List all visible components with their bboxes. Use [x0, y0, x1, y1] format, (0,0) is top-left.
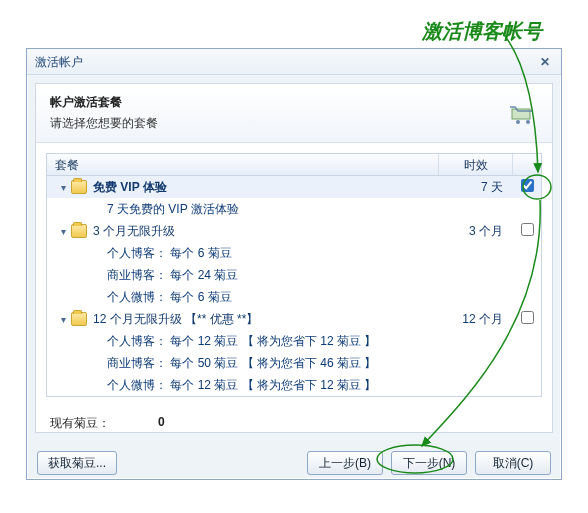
plan-duration: 7 天: [439, 179, 513, 196]
col-plan[interactable]: 套餐: [47, 154, 439, 175]
plan-checkbox-free[interactable]: [521, 179, 534, 192]
plans-panel: 套餐 时效 ▾ 免费 VIP 体验 7 天 7 天免费的 VIP 激活体验 ▾: [46, 153, 542, 397]
next-button[interactable]: 下一步(N): [391, 451, 467, 475]
folder-icon: [71, 180, 87, 194]
get-beans-button[interactable]: 获取菊豆...: [37, 451, 117, 475]
close-icon[interactable]: ✕: [537, 54, 553, 70]
svg-point-1: [516, 120, 520, 124]
expand-icon[interactable]: ▾: [57, 314, 69, 325]
button-row: 获取菊豆... 上一步(B) 下一步(N) 取消(C): [27, 441, 561, 485]
back-button[interactable]: 上一步(B): [307, 451, 383, 475]
dialog-header: 帐户激活套餐 请选择您想要的套餐: [36, 84, 552, 143]
plan-list: ▾ 免费 VIP 体验 7 天 7 天免费的 VIP 激活体验 ▾ 3 个月无限…: [47, 176, 541, 396]
column-headers: 套餐 时效: [47, 154, 541, 176]
col-select: [513, 154, 541, 175]
plan-detail: 商业博客： 每个 50 菊豆 【 将为您省下 46 菊豆 】: [47, 352, 541, 374]
plan-duration: 12 个月: [439, 311, 513, 328]
header-subtitle: 请选择您想要的套餐: [50, 115, 158, 132]
dialog-inner: 帐户激活套餐 请选择您想要的套餐 套餐 时效: [35, 83, 553, 433]
plan-detail: 个人微博： 每个 6 菊豆: [47, 286, 541, 308]
plan-name: 12 个月无限升级 【** 优惠 **】: [93, 311, 439, 328]
plan-duration: 3 个月: [439, 223, 513, 240]
folder-icon: [71, 312, 87, 326]
plan-row-12month[interactable]: ▾ 12 个月无限升级 【** 优惠 **】 12 个月: [47, 308, 541, 330]
cart-icon: [506, 99, 538, 127]
plan-name: 3 个月无限升级: [93, 223, 439, 240]
plan-detail: 个人博客： 每个 6 菊豆: [47, 242, 541, 264]
balance-row: 现有菊豆： 0: [36, 407, 552, 440]
expand-icon[interactable]: ▾: [57, 182, 69, 193]
plan-detail: 个人微博： 每个 12 菊豆 【 将为您省下 12 菊豆 】: [47, 374, 541, 396]
folder-icon: [71, 224, 87, 238]
plan-row-free-vip[interactable]: ▾ 免费 VIP 体验 7 天: [47, 176, 541, 198]
plan-checkbox-3m[interactable]: [521, 223, 534, 236]
balance-value: 0: [158, 415, 165, 432]
dialog-title: 激活帐户: [35, 49, 83, 75]
plan-name: 免费 VIP 体验: [93, 179, 439, 196]
plan-row-3month[interactable]: ▾ 3 个月无限升级 3 个月: [47, 220, 541, 242]
plan-detail: 个人博客： 每个 12 菊豆 【 将为您省下 12 菊豆 】: [47, 330, 541, 352]
plan-detail: 商业博客： 每个 24 菊豆: [47, 264, 541, 286]
cancel-button[interactable]: 取消(C): [475, 451, 551, 475]
plan-detail: 7 天免费的 VIP 激活体验: [47, 198, 541, 220]
plan-checkbox-12m[interactable]: [521, 311, 534, 324]
col-duration[interactable]: 时效: [439, 154, 513, 175]
expand-icon[interactable]: ▾: [57, 226, 69, 237]
balance-label: 现有菊豆：: [50, 415, 110, 432]
brand-text: 激活博客帐号: [422, 18, 542, 45]
svg-point-2: [526, 120, 530, 124]
header-title: 帐户激活套餐: [50, 94, 158, 111]
activation-dialog: 激活帐户 ✕ 帐户激活套餐 请选择您想要的套餐 套餐 时效: [26, 48, 562, 480]
titlebar: 激活帐户 ✕: [27, 49, 561, 75]
